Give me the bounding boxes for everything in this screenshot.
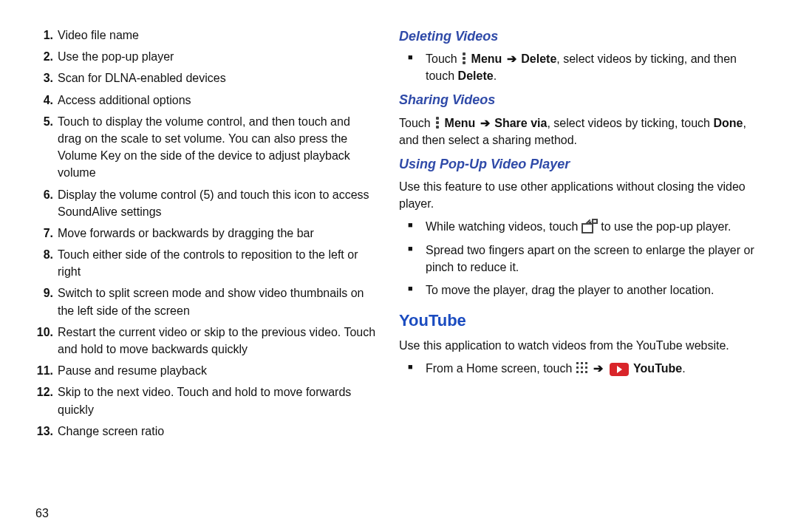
item-text: Use the pop-up player	[58, 50, 174, 63]
bold-menu: Menu	[445, 117, 479, 129]
text: , select videos by ticking, touch	[547, 117, 713, 129]
item-text: Switch to split screen mode and show vid…	[58, 287, 364, 316]
youtube-paragraph: Use this application to watch videos fro…	[399, 337, 768, 354]
text: To move the player, drag the player to a…	[426, 284, 714, 296]
text: to use the pop-up player.	[601, 220, 731, 233]
apps-grid-icon	[576, 361, 589, 375]
bullet-item: From a Home screen, touch ➔ YouTube.	[399, 360, 768, 381]
list-item: 10.Restart the current video or skip to …	[30, 324, 377, 358]
bold-youtube: YouTube	[633, 362, 682, 375]
text: .	[494, 69, 497, 82]
item-number: 6.	[30, 186, 53, 203]
item-text: Pause and resume playback	[58, 364, 207, 377]
youtube-bullets: From a Home screen, touch ➔ YouTube.	[399, 360, 768, 381]
heading-deleting-videos: Deleting Videos	[399, 27, 768, 46]
text: From a Home screen, touch	[426, 362, 576, 375]
left-column: 1.Video file name 2.Use the pop-up playe…	[30, 27, 399, 532]
bullet-item: To move the player, drag the player to a…	[399, 282, 768, 299]
bullet-item: Touch Menu ➔ Delete, select videos by ti…	[399, 50, 768, 84]
item-text: Touch to display the volume control, and…	[58, 115, 350, 180]
bold-menu: Menu	[471, 52, 505, 65]
item-number: 11.	[30, 362, 53, 379]
item-number: 3.	[30, 69, 53, 86]
list-item: 5.Touch to display the volume control, a…	[30, 113, 377, 182]
list-item: 4.Access additional options	[30, 92, 377, 109]
item-text: Restart the current video or skip to the…	[58, 326, 375, 355]
list-item: 11.Pause and resume playback	[30, 362, 377, 379]
sharing-paragraph: Touch Menu ➔ Share via, select videos by…	[399, 115, 768, 149]
popup-paragraph: Use this feature to use other applicatio…	[399, 178, 768, 212]
list-item: 8.Touch either side of the controls to r…	[30, 246, 377, 280]
item-number: 13.	[30, 423, 53, 440]
item-text: Skip to the next video. Touch and hold t…	[58, 386, 351, 415]
manual-page: 1.Video file name 2.Use the pop-up playe…	[0, 0, 798, 532]
list-item: 3.Scan for DLNA-enabled devices	[30, 69, 377, 86]
arrow-right-icon: ➔	[592, 362, 604, 375]
menu-icon	[460, 52, 468, 64]
popup-bullets: While watching videos, touch to use the …	[399, 218, 768, 299]
item-number: 8.	[30, 246, 53, 263]
menu-icon	[434, 117, 441, 129]
item-text: Scan for DLNA-enabled devices	[58, 72, 226, 84]
item-text: Touch either side of the controls to rep…	[58, 248, 358, 278]
bold-done: Done	[713, 117, 743, 129]
item-number: 1.	[30, 27, 53, 44]
item-text: Display the volume control (5) and touch…	[58, 188, 369, 218]
list-item: 7.Move forwards or backwards by dragging…	[30, 225, 377, 242]
heading-youtube: YouTube	[399, 309, 768, 332]
text: While watching videos, touch	[426, 220, 582, 233]
item-number: 12.	[30, 383, 53, 400]
page-number: 63	[35, 505, 49, 522]
list-item: 13.Change screen ratio	[30, 423, 377, 440]
list-item: 6.Display the volume control (5) and tou…	[30, 186, 377, 220]
item-text: Move forwards or backwards by dragging t…	[58, 227, 314, 239]
right-column: Deleting Videos Touch Menu ➔ Delete, sel…	[399, 27, 768, 532]
youtube-icon	[608, 363, 630, 381]
bullet-item: Spread two fingers apart on the screen t…	[399, 242, 768, 276]
list-item: 12.Skip to the next video. Touch and hol…	[30, 383, 377, 417]
item-number: 2.	[30, 48, 53, 65]
list-item: 9.Switch to split screen mode and show v…	[30, 284, 377, 318]
bold-share-via: Share via	[494, 117, 547, 129]
arrow-right-icon: ➔	[505, 52, 518, 65]
bold-delete: Delete	[521, 52, 556, 65]
item-text: Access additional options	[58, 94, 191, 106]
item-number: 7.	[30, 225, 53, 242]
arrow-right-icon: ➔	[479, 117, 491, 129]
item-number: 4.	[30, 92, 53, 109]
list-item: 1.Video file name	[30, 27, 377, 44]
popup-player-icon	[582, 219, 598, 233]
bullet-item: While watching videos, touch to use the …	[399, 218, 768, 235]
numbered-list: 1.Video file name 2.Use the pop-up playe…	[30, 27, 377, 440]
item-number: 10.	[30, 324, 53, 341]
item-text: Change screen ratio	[58, 425, 164, 437]
bold-delete: Delete	[458, 69, 494, 82]
text: .	[682, 362, 685, 375]
heading-sharing-videos: Sharing Videos	[399, 90, 768, 109]
item-number: 5.	[30, 113, 53, 130]
heading-popup-player: Using Pop-Up Video Player	[399, 154, 768, 174]
deleting-bullets: Touch Menu ➔ Delete, select videos by ti…	[399, 50, 768, 84]
item-number: 9.	[30, 284, 53, 301]
item-text: Video file name	[58, 29, 139, 41]
text: Spread two fingers apart on the screen t…	[426, 244, 754, 273]
text: Touch	[399, 117, 434, 129]
text: Touch	[426, 52, 460, 65]
list-item: 2.Use the pop-up player	[30, 48, 377, 65]
